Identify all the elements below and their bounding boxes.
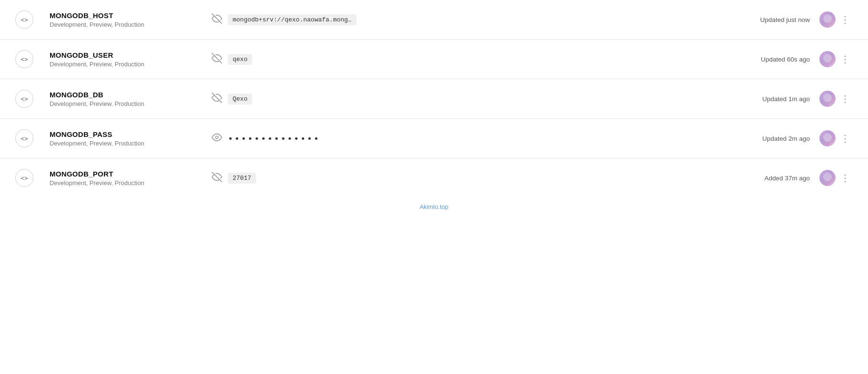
col-more: ⋮ (837, 132, 853, 145)
env-timestamp: Updated 2m ago (722, 135, 817, 142)
col-name: MONGODB_HOST Development, Preview, Produ… (50, 11, 212, 28)
col-value: mongodb+srv://qexo.naowafa.mong… (212, 13, 722, 26)
env-timestamp: Added 37m ago (722, 175, 817, 182)
env-environments: Development, Preview, Production (50, 61, 212, 68)
col-code: <> (15, 169, 50, 187)
more-menu-button[interactable]: ⋮ (838, 52, 852, 66)
footer: Akimio.top (0, 197, 868, 216)
col-name: MONGODB_USER Development, Preview, Produ… (50, 51, 212, 68)
col-avatar (817, 11, 837, 28)
col-code: <> (15, 10, 50, 29)
svg-point-3 (215, 136, 218, 139)
env-key: MONGODB_PASS (50, 130, 212, 138)
env-row: <> MONGODB_HOST Development, Preview, Pr… (0, 0, 868, 40)
env-key: MONGODB_PORT (50, 170, 212, 178)
col-code: <> (15, 129, 50, 147)
code-icon[interactable]: <> (15, 169, 33, 187)
env-value-pill: mongodb+srv://qexo.naowafa.mong… (228, 14, 357, 25)
col-avatar (817, 91, 837, 107)
avatar (819, 51, 836, 67)
code-icon[interactable]: <> (15, 10, 33, 29)
col-name: MONGODB_PORT Development, Preview, Produ… (50, 170, 212, 187)
col-value: 27017 (212, 172, 722, 185)
col-name: MONGODB_DB Development, Preview, Product… (50, 91, 212, 107)
col-more: ⋮ (837, 171, 853, 185)
more-menu-button[interactable]: ⋮ (838, 13, 852, 26)
env-row: <> MONGODB_PORT Development, Preview, Pr… (0, 158, 868, 197)
code-icon[interactable]: <> (15, 50, 33, 68)
col-avatar (817, 170, 837, 186)
env-key: MONGODB_HOST (50, 11, 212, 20)
env-row: <> MONGODB_PASS Development, Preview, Pr… (0, 119, 868, 158)
eye-open-icon[interactable] (212, 132, 222, 145)
avatar (819, 11, 836, 28)
eye-slash-icon[interactable] (212, 93, 222, 105)
env-environments: Development, Preview, Production (50, 140, 212, 147)
code-icon[interactable]: <> (15, 90, 33, 108)
env-value-pill: Qexo (228, 94, 252, 104)
col-code: <> (15, 50, 50, 68)
env-environments: Development, Preview, Production (50, 100, 212, 107)
col-more: ⋮ (837, 52, 853, 66)
env-value-pill: 27017 (228, 173, 256, 184)
avatar (819, 130, 836, 146)
eye-slash-icon[interactable] (212, 172, 222, 185)
footer-link[interactable]: Akimio.top (419, 203, 449, 210)
env-value-dots: •••••••••••••• (228, 134, 320, 144)
env-variable-list: <> MONGODB_HOST Development, Preview, Pr… (0, 0, 868, 197)
code-icon[interactable]: <> (15, 129, 33, 147)
col-avatar (817, 130, 837, 146)
col-value: •••••••••••••• (212, 132, 722, 145)
env-environments: Development, Preview, Production (50, 179, 212, 187)
more-menu-button[interactable]: ⋮ (838, 171, 852, 185)
more-menu-button[interactable]: ⋮ (838, 132, 852, 145)
env-row: <> MONGODB_USER Development, Preview, Pr… (0, 40, 868, 79)
col-name: MONGODB_PASS Development, Preview, Produ… (50, 130, 212, 147)
env-key: MONGODB_USER (50, 51, 212, 59)
env-environments: Development, Preview, Production (50, 21, 212, 28)
avatar (819, 170, 836, 186)
col-more: ⋮ (837, 13, 853, 26)
col-avatar (817, 51, 837, 67)
env-timestamp: Updated just now (722, 16, 817, 23)
env-value-pill: qexo (228, 54, 252, 65)
eye-slash-icon[interactable] (212, 13, 222, 26)
col-value: qexo (212, 53, 722, 66)
avatar (819, 91, 836, 107)
env-row: <> MONGODB_DB Development, Preview, Prod… (0, 79, 868, 119)
env-timestamp: Updated 1m ago (722, 95, 817, 103)
col-value: Qexo (212, 93, 722, 105)
col-code: <> (15, 90, 50, 108)
col-more: ⋮ (837, 92, 853, 105)
eye-slash-icon[interactable] (212, 53, 222, 66)
env-key: MONGODB_DB (50, 91, 212, 99)
env-timestamp: Updated 60s ago (722, 56, 817, 63)
more-menu-button[interactable]: ⋮ (838, 92, 852, 105)
